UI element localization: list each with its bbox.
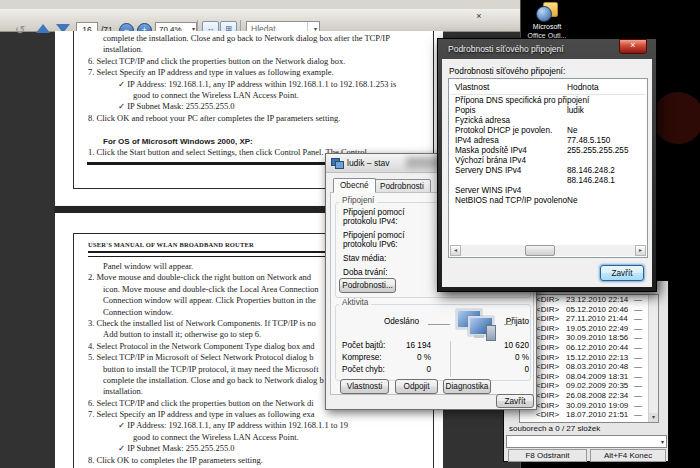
- close-button[interactable]: Zavřít: [496, 394, 534, 408]
- file-row[interactable]: <DIR> 09.02.2009 20:35 —: [520, 381, 658, 391]
- property-name: NetBIOS nad TCP/IP povoleno: [455, 196, 567, 206]
- connection-label: Připojení pomocí protokolu IPv6:: [343, 231, 404, 249]
- property-name: Výchozí brána IPv4: [455, 156, 526, 166]
- file-attr: —: [634, 391, 642, 401]
- close-icon[interactable]: ×: [619, 39, 647, 54]
- details-row[interactable]: Servery DNS IPv4 88.146.248.2: [449, 166, 647, 176]
- details-row[interactable]: Server WINS IPv4: [449, 186, 647, 196]
- outlook-icon: [536, 2, 558, 22]
- connection-label: Doba trvání:: [343, 268, 404, 277]
- tab-general[interactable]: Obecné: [333, 178, 376, 193]
- pdf-text-line: installation.: [55, 44, 443, 55]
- file-row[interactable]: <DIR> 08.03.2010 20:48 —: [520, 362, 658, 372]
- file-row[interactable]: <DIR> 30.09.2010 18:56 —: [520, 333, 658, 343]
- activity-group: Odesláno Přijato Počet bajtů: 16 194 10 …: [335, 304, 531, 381]
- activity-sent-value: 16 194: [376, 341, 431, 350]
- delete-button[interactable]: F8 Odstranit: [508, 449, 587, 462]
- page-up-icon[interactable]: [36, 24, 50, 33]
- toolbar-close-icon[interactable]: ×: [474, 11, 484, 21]
- file-row[interactable]: <DIR> 26.08.2008 22:34 —: [520, 391, 658, 401]
- activity-received-value: 10 620: [474, 341, 529, 350]
- dir-marker: <DIR>: [536, 410, 559, 420]
- desktop: yZobrazeníDokumentNástrojeOknaNápověda ↺…: [0, 0, 700, 468]
- file-row[interactable]: <DIR> 18.07.2010 21:51 —: [520, 410, 658, 420]
- scroll-right-icon[interactable]: ▸: [635, 245, 646, 256]
- file-row[interactable]: <DIR> 23.12.2010 22:14 —: [520, 295, 658, 305]
- dir-marker: <DIR>: [536, 305, 559, 315]
- details-row[interactable]: IPv4 adresa 77.48.5.150: [449, 136, 647, 146]
- scroll-down-icon[interactable]: ▾: [649, 413, 658, 422]
- file-attr: —: [634, 372, 642, 382]
- file-attr: —: [634, 362, 642, 372]
- file-row[interactable]: <DIR> 08.04.2009 18:31 —: [520, 372, 658, 382]
- menu-bar: yZobrazeníDokumentNástrojeOknaNápověda: [0, 0, 521, 9]
- pdf-text-line: ✓ IP Subnet Mask: 255.255.255.0: [55, 443, 443, 454]
- pdf-text-line: complete the installation. Close and go …: [55, 33, 443, 44]
- details-row[interactable]: Protokol DHCP je povolen. Ne: [449, 126, 647, 136]
- diagnostics-button[interactable]: Diagnostika: [443, 379, 491, 394]
- file-row[interactable]: <DIR> 05.12.2010 20:46 —: [520, 305, 658, 315]
- details-row[interactable]: Výchozí brána IPv4: [449, 156, 647, 166]
- activity-row: Počet bajtů: 16 194 10 620: [336, 341, 530, 353]
- details-row[interactable]: 88.146.248.1: [449, 176, 647, 186]
- property-value: 77.48.5.150: [567, 136, 610, 146]
- activity-received-value: 0 %: [474, 353, 529, 362]
- property-name: IPv4 adresa: [455, 136, 499, 146]
- scroll-left-icon[interactable]: ◂: [450, 245, 461, 256]
- file-row[interactable]: <DIR> 19.05.2010 22:49 —: [520, 324, 658, 334]
- connection-labels: Připojení pomocí protokolu IPv4:Připojen…: [343, 208, 404, 282]
- file-row[interactable]: <DIR> 06.12.2010 20:44 —: [520, 343, 658, 353]
- details-row[interactable]: Popis ludik: [449, 106, 647, 116]
- details-row[interactable]: Fyzická adresa: [449, 116, 647, 126]
- file-attr: —: [634, 381, 642, 391]
- sent-label: Odesláno: [359, 317, 419, 326]
- activity-row: Komprese: 0 % 0 %: [336, 353, 530, 365]
- scrollbar-thumb[interactable]: [525, 245, 555, 256]
- property-name: Protokol DHCP je povolen.: [455, 126, 552, 136]
- property-name: Servery DNS IPv4: [455, 166, 521, 176]
- network-details-dialog: Podrobnosti síťového připojení × Podrobn…: [437, 38, 657, 292]
- dir-marker: <DIR>: [536, 314, 559, 324]
- file-date: 30.09.2010 19:09: [566, 401, 628, 411]
- file-attr: —: [634, 343, 642, 353]
- network-status-icon: [331, 158, 342, 167]
- divider: [504, 324, 512, 325]
- vertical-scrollbar[interactable]: ▾: [648, 295, 658, 422]
- exit-button[interactable]: Alt+F4 Konec: [590, 449, 666, 462]
- activity-row: Počet chyb: 0 0: [336, 365, 530, 377]
- activity-group-label: Aktivita: [339, 298, 371, 307]
- file-date: 09.02.2009 20:35: [566, 381, 628, 391]
- outlook-icon-label: Microsoft: [525, 23, 569, 30]
- status-text: souborech a 0 / 27 složek: [509, 424, 600, 433]
- details-row[interactable]: Přípona DNS specifická pro připojení: [449, 96, 647, 106]
- disconnect-button[interactable]: Odpojit: [395, 379, 438, 394]
- file-row[interactable]: <DIR> 27.11.2010 21:44 —: [520, 314, 658, 324]
- activity-sent-value: 0: [376, 365, 431, 374]
- properties-button[interactable]: Vlastnosti: [340, 379, 389, 394]
- details-row[interactable]: NetBIOS nad TCP/IP povoleno Ne: [449, 196, 647, 206]
- activity-received-value: 0: [474, 365, 529, 374]
- file-date: 27.11.2010 21:44: [566, 314, 628, 324]
- dir-marker: <DIR>: [536, 333, 559, 343]
- pdf-text-line: 7. Select Specify an IP address and type…: [55, 67, 443, 78]
- file-date: 05.12.2010 20:46: [566, 305, 628, 315]
- close-button[interactable]: Zavřít: [600, 265, 644, 281]
- desktop-artifact: [652, 92, 700, 144]
- file-row[interactable]: <DIR> 15.12.2010 22:13 —: [520, 353, 658, 363]
- toolbar: ↺ 16 /71 − + 70,4% ▾ ↔ ⊞ Hledat ▾ ×: [0, 9, 521, 32]
- file-row[interactable]: <DIR> 30.09.2010 19:09 —: [520, 401, 658, 411]
- previous-view-icon[interactable]: ↺: [8, 21, 32, 38]
- dir-marker: <DIR>: [536, 295, 559, 305]
- details-row[interactable]: Maska podsítě IPv4 255.255.255.255: [449, 146, 647, 156]
- horizontal-scrollbar[interactable]: ◂ ▸: [450, 245, 646, 256]
- connection-label: Stav média:: [343, 254, 404, 263]
- chevron-down-icon: ▾: [661, 438, 664, 445]
- command-combo[interactable]: ▾: [506, 435, 667, 448]
- pdf-text-line: ✓ IP Address: 192.168.1.1, any IP addres…: [55, 420, 443, 431]
- details-list: Vlastnost Hodnota Přípona DNS specifická…: [448, 78, 648, 258]
- value-column-header: Hodnota: [567, 82, 599, 92]
- details-button[interactable]: Podrobnosti...: [339, 278, 396, 293]
- dir-marker: <DIR>: [536, 391, 559, 401]
- tab-details[interactable]: Podrobnosti: [373, 179, 431, 193]
- file-attr: —: [634, 401, 642, 411]
